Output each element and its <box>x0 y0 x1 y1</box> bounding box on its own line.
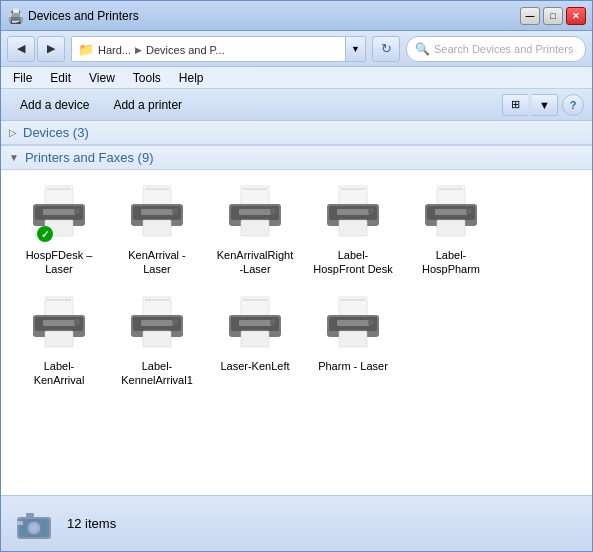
svg-point-15 <box>172 208 178 214</box>
printers-section-header[interactable]: ▼ Printers and Faxes (9) <box>1 145 592 170</box>
svg-rect-14 <box>143 220 171 236</box>
folder-icon: 📁 <box>78 42 94 57</box>
svg-rect-35 <box>437 220 465 236</box>
breadcrumb-part2: Devices and P... <box>146 44 225 56</box>
svg-rect-28 <box>339 220 367 236</box>
svg-rect-13 <box>141 209 173 215</box>
printers-section-label: Printers and Faxes (9) <box>25 150 154 165</box>
svg-rect-63 <box>339 331 367 347</box>
svg-text:✓: ✓ <box>41 229 49 240</box>
view-dropdown[interactable]: ▼ <box>532 94 558 116</box>
address-dropdown[interactable]: ▼ <box>345 37 365 61</box>
svg-rect-45 <box>145 299 169 301</box>
minimize-button[interactable]: — <box>520 7 540 25</box>
nav-buttons: ◀ ▶ <box>7 36 65 62</box>
printer-item-hospfdesk[interactable]: ✓ HospFDesk – Laser <box>15 180 103 281</box>
main-window: 🖨️ Devices and Printers — □ ✕ ◀ ▶ 📁 Hard… <box>0 0 593 552</box>
printer-item-labelhospharm[interactable]: Label-HospPharm <box>407 180 495 281</box>
search-bar[interactable]: 🔍 Search Devices and Printers <box>406 36 586 62</box>
window-icon: 🖨️ <box>7 8 24 24</box>
svg-rect-21 <box>241 220 269 236</box>
printer-label-kenarrivalright: KenArrivalRight-Laser <box>215 248 295 277</box>
svg-rect-55 <box>239 320 271 326</box>
printer-icon-hospfdesk: ✓ <box>27 184 91 244</box>
printer-icon-kenarrivalright <box>223 184 287 244</box>
nav-bar: ◀ ▶ 📁 Hard... ▶ Devices and P... ▼ ↻ 🔍 S… <box>1 31 592 67</box>
printer-label-kenarrival: KenArrival - Laser <box>117 248 197 277</box>
status-count: 12 items <box>67 516 116 531</box>
svg-point-43 <box>74 319 80 325</box>
forward-button[interactable]: ▶ <box>37 36 65 62</box>
printer-label-labelkenarrival: Label-KenArrival <box>19 359 99 388</box>
refresh-button[interactable]: ↻ <box>372 36 400 62</box>
add-printer-button[interactable]: Add a printer <box>102 94 193 116</box>
toolbar-right: ⊞ ▼ ? <box>502 94 584 116</box>
printers-grid: ✓ HospFDesk – Laser <box>1 170 592 401</box>
menu-bar: File Edit View Tools Help <box>1 67 592 89</box>
menu-file[interactable]: File <box>5 69 40 87</box>
printer-item-labelkennelrrival1[interactable]: Label-KennelArrival1 <box>113 291 201 392</box>
svg-rect-4 <box>43 209 75 215</box>
maximize-button[interactable]: □ <box>543 7 563 25</box>
svg-rect-1 <box>47 188 71 190</box>
printer-item-kenarrival[interactable]: KenArrival - Laser <box>113 180 201 281</box>
printer-label-laserkenleft: Laser-KenLeft <box>220 359 289 373</box>
svg-point-6 <box>74 208 80 214</box>
menu-edit[interactable]: Edit <box>42 69 79 87</box>
search-placeholder: Search Devices and Printers <box>434 43 573 55</box>
svg-rect-38 <box>47 299 71 301</box>
menu-view[interactable]: View <box>81 69 123 87</box>
printer-icon-labelkennelrrival1 <box>125 295 189 355</box>
printer-item-labelkenarrival[interactable]: Label-KenArrival <box>15 291 103 392</box>
printer-icon-pharmlaser <box>321 295 385 355</box>
view-toggle-button[interactable]: ⊞ <box>502 94 528 116</box>
svg-rect-24 <box>341 188 365 190</box>
address-bar: 📁 Hard... ▶ Devices and P... ▼ <box>71 36 366 62</box>
back-button[interactable]: ◀ <box>7 36 35 62</box>
svg-point-36 <box>466 208 472 214</box>
printer-icon-labelhospharm <box>419 184 483 244</box>
printer-item-laserkenleft[interactable]: Laser-KenLeft <box>211 291 299 392</box>
svg-point-29 <box>368 208 374 214</box>
help-button[interactable]: ? <box>562 94 584 116</box>
devices-section-header[interactable]: ▷ Devices (3) <box>1 121 592 145</box>
svg-point-50 <box>172 319 178 325</box>
breadcrumb: 📁 Hard... ▶ Devices and P... <box>72 37 345 62</box>
svg-rect-42 <box>45 331 73 347</box>
svg-rect-70 <box>17 521 23 525</box>
printer-icon-laserkenleft <box>223 295 287 355</box>
printers-expand-icon: ▼ <box>9 152 19 163</box>
printer-item-pharmlaser[interactable]: Pharm - Laser <box>309 291 397 392</box>
content-area: ▷ Devices (3) ▼ Printers and Faxes (9) <box>1 121 592 495</box>
printer-item-kenarrivalright[interactable]: KenArrivalRight-Laser <box>211 180 299 281</box>
svg-rect-41 <box>43 320 75 326</box>
svg-rect-56 <box>241 331 269 347</box>
svg-point-68 <box>30 524 38 532</box>
breadcrumb-separator: ▶ <box>135 45 142 55</box>
svg-rect-49 <box>143 331 171 347</box>
printer-label-labelhospharm: Label-HospPharm <box>411 248 491 277</box>
add-device-button[interactable]: Add a device <box>9 94 100 116</box>
window-controls: — □ ✕ <box>520 7 586 25</box>
status-icon <box>13 503 55 545</box>
svg-rect-62 <box>337 320 369 326</box>
svg-point-22 <box>270 208 276 214</box>
printer-icon-kenarrival <box>125 184 189 244</box>
devices-expand-icon: ▷ <box>9 127 17 138</box>
title-bar-left: 🖨️ Devices and Printers <box>7 8 139 24</box>
svg-rect-10 <box>145 188 169 190</box>
printer-label-labelkennelrrival1: Label-KennelArrival1 <box>117 359 197 388</box>
title-bar: 🖨️ Devices and Printers — □ ✕ <box>1 1 592 31</box>
status-bar: 12 items <box>1 495 592 551</box>
close-button[interactable]: ✕ <box>566 7 586 25</box>
printer-label-hospfdesk: HospFDesk – Laser <box>19 248 99 277</box>
devices-section-label: Devices (3) <box>23 125 89 140</box>
svg-rect-52 <box>243 299 267 301</box>
printer-item-labelhospfront[interactable]: Label-HospFront Desk <box>309 180 397 281</box>
menu-help[interactable]: Help <box>171 69 212 87</box>
printer-icon-labelhospfront <box>321 184 385 244</box>
svg-rect-20 <box>239 209 271 215</box>
svg-rect-48 <box>141 320 173 326</box>
printer-label-pharmlaser: Pharm - Laser <box>318 359 388 373</box>
menu-tools[interactable]: Tools <box>125 69 169 87</box>
